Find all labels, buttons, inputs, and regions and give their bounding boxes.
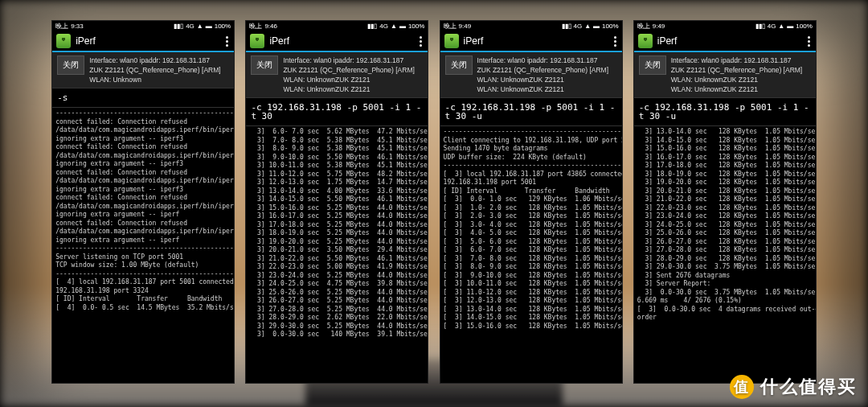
close-button[interactable]: 关闭 [445, 56, 473, 75]
app-title-bar: iPerf [634, 31, 816, 52]
battery-text: 100% [602, 22, 618, 31]
status-time: 9:33 [71, 22, 84, 31]
app-title: iPerf [464, 37, 484, 46]
battery-text: 100% [215, 22, 231, 31]
connection-info-card: 关闭Interface: wlan0 ipaddr: 192.168.31.18… [440, 52, 622, 97]
status-time: 9:49 [653, 22, 665, 31]
watermark-text: 什么值得买 [760, 375, 857, 399]
watermark-badge-icon: 值 [730, 375, 754, 399]
battery-icon: ▬ [787, 22, 793, 31]
close-button[interactable]: 关闭 [251, 56, 278, 75]
menu-dots-icon[interactable] [806, 35, 812, 48]
menu-dots-icon[interactable] [612, 35, 618, 48]
wifi-icon: ▲ [197, 22, 203, 31]
app-icon [56, 34, 71, 48]
menu-dots-icon[interactable] [224, 35, 230, 48]
battery-icon: ▬ [206, 22, 212, 31]
phone-screenshot: 晚上9:49▮▮▯4G▲▬100%iPerf关闭Interface: wlan0… [440, 21, 622, 383]
app-title: iPerf [657, 37, 678, 46]
command-input[interactable]: -s [52, 88, 234, 108]
close-button[interactable]: 关闭 [639, 56, 666, 75]
app-icon [444, 34, 459, 48]
status-time-prefix: 晚上 [637, 22, 650, 31]
status-time: 9:46 [264, 22, 277, 31]
wifi-icon: ▲ [391, 22, 397, 31]
wifi-icon: ▲ [778, 22, 784, 31]
signal-icon: ▮▮▯ [174, 22, 183, 31]
phone-screenshot: 晚上9:33▮▮▯4G▲▬100%iPerf关闭Interface: wlan0… [52, 21, 234, 383]
app-title: iPerf [76, 37, 96, 46]
status-time-prefix: 晚上 [249, 22, 262, 31]
battery-text: 100% [408, 22, 424, 31]
signal-icon: ▮▮▯ [367, 22, 377, 31]
status-time-prefix: 晚上 [444, 22, 457, 31]
signal-icon: ▮▮▯ [755, 22, 765, 31]
app-title: iPerf [269, 37, 289, 46]
phone-row: 晚上9:33▮▮▯4G▲▬100%iPerf关闭Interface: wlan0… [0, 0, 868, 407]
status-time: 9:49 [459, 22, 472, 31]
connection-info-card: 关闭Interface: wlan0 ipaddr: 192.168.31.18… [246, 52, 428, 97]
app-icon [638, 34, 653, 48]
network-label: 4G [768, 22, 776, 31]
menu-dots-icon[interactable] [418, 35, 424, 48]
interface-info: Interface: wlan0 ipaddr: 192.168.31.187Z… [477, 56, 608, 94]
command-input[interactable]: -c 192.168.31.198 -p 5001 -i 1 -t 30 -u [634, 97, 816, 126]
network-label: 4G [574, 22, 583, 31]
interface-info: Interface: wlan0 ipaddr: 192.168.31.187Z… [89, 56, 220, 84]
app-title-bar: iPerf [246, 31, 428, 52]
status-time-prefix: 晚上 [55, 22, 68, 31]
terminal-output[interactable]: 3] 6.0- 7.0 sec 5.62 MBytes 47.2 Mbits/s… [246, 126, 428, 383]
battery-icon: ▬ [399, 22, 406, 31]
battery-icon: ▬ [593, 22, 600, 31]
watermark: 值 什么值得买 [730, 375, 857, 399]
status-bar: 晚上9:46▮▮▯4G▲▬100% [246, 21, 428, 31]
interface-info: Interface: wlan0 ipaddr: 192.168.31.187Z… [671, 56, 802, 94]
terminal-output[interactable]: 3] 13.0-14.0 sec 128 KBytes 1.05 Mbits/s… [634, 126, 816, 383]
connection-info-card: 关闭Interface: wlan0 ipaddr: 192.168.31.18… [52, 52, 234, 88]
phone-screenshot: 晚上9:49▮▮▯4G▲▬100%iPerf关闭Interface: wlan0… [634, 21, 816, 383]
signal-icon: ▮▮▯ [562, 22, 571, 31]
app-title-bar: iPerf [440, 31, 622, 52]
wifi-icon: ▲ [584, 22, 591, 31]
status-bar: 晚上9:33▮▮▯4G▲▬100% [52, 21, 234, 31]
status-bar: 晚上9:49▮▮▯4G▲▬100% [634, 21, 816, 31]
interface-info: Interface: wlan0 ipaddr: 192.168.31.187Z… [283, 56, 414, 94]
command-input[interactable]: -c 192.168.31.198 -p 5001 -i 1 -t 30 [246, 97, 428, 126]
status-bar: 晚上9:49▮▮▯4G▲▬100% [440, 21, 622, 31]
network-label: 4G [379, 22, 388, 31]
phone-screenshot: 晚上9:46▮▮▯4G▲▬100%iPerf关闭Interface: wlan0… [246, 21, 428, 383]
app-icon [250, 34, 264, 48]
battery-text: 100% [796, 22, 812, 31]
network-label: 4G [186, 22, 194, 31]
app-title-bar: iPerf [52, 31, 234, 52]
terminal-output[interactable]: ----------------------------------------… [440, 126, 622, 383]
terminal-output[interactable]: ----------------------------------------… [52, 108, 234, 383]
command-input[interactable]: -c 192.168.31.198 -p 5001 -i 1 -t 30 -u [440, 97, 622, 126]
connection-info-card: 关闭Interface: wlan0 ipaddr: 192.168.31.18… [634, 52, 816, 97]
close-button[interactable]: 关闭 [57, 56, 84, 75]
